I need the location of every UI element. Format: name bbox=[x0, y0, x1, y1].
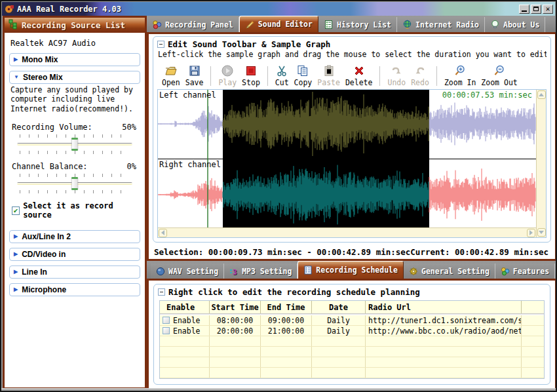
editor-group-title: Edit Sound Toolbar & Sample Graph bbox=[168, 39, 330, 49]
undo-button[interactable]: Undo bbox=[385, 64, 408, 87]
empty-row[interactable] bbox=[160, 357, 544, 368]
stereo-mix-description: Capture any sound played by computer inc… bbox=[10, 85, 139, 113]
source-item-label: Aux/Line In 2 bbox=[22, 232, 71, 241]
chevron-right-icon: ▶ bbox=[14, 234, 18, 239]
tool-label: Copy bbox=[294, 78, 313, 87]
zoom-in-button[interactable]: Zoom In bbox=[442, 64, 478, 87]
enable-checkbox[interactable] bbox=[163, 327, 170, 334]
internet-radio-icon bbox=[402, 20, 412, 29]
tab-mp3-setting[interactable]: 3 MP3 Setting bbox=[224, 264, 298, 279]
schedule-row[interactable]: Enable 20:00:00 21:00:00 Daily http://ww… bbox=[160, 326, 544, 336]
enable-checkbox[interactable] bbox=[163, 317, 170, 324]
tab-features[interactable]: Features bbox=[495, 264, 555, 279]
schedule-group-title: Right click to edit the recording schedu… bbox=[168, 287, 420, 297]
source-item-microphone[interactable]: ▶ Microphone bbox=[9, 283, 140, 296]
scroll-right-button[interactable] bbox=[527, 229, 535, 237]
column-header-filler bbox=[522, 301, 544, 313]
source-item-stereo-mix[interactable]: ▼ Stereo Mix bbox=[9, 71, 140, 84]
sidebar-body: Realtek AC97 Audio ▶ Mono Mix ▼ Stereo M… bbox=[5, 33, 145, 387]
recording-panel-icon bbox=[152, 20, 162, 29]
open-button[interactable]: Open bbox=[160, 64, 182, 87]
horizontal-scrollbar[interactable] bbox=[158, 227, 536, 237]
empty-row[interactable] bbox=[160, 368, 544, 378]
window-title: AAA Real Recorder 4.03 bbox=[17, 5, 121, 14]
sample-graph[interactable]: Left channel Right channel 00:00:07.53 m… bbox=[158, 90, 536, 227]
tab-label: Recording Panel bbox=[165, 20, 233, 29]
chevron-down-icon: ▼ bbox=[14, 75, 19, 80]
stop-button[interactable]: Stop bbox=[240, 64, 262, 87]
scroll-down-button[interactable] bbox=[537, 228, 546, 237]
tab-history-list[interactable]: History List bbox=[318, 17, 397, 32]
source-item-aux-line-in-2[interactable]: ▶ Aux/Line In 2 bbox=[9, 230, 140, 243]
schedule-groupbox: Right click to edit the recording schedu… bbox=[153, 284, 550, 385]
collapse-icon[interactable] bbox=[158, 288, 165, 296]
minimize-icon bbox=[522, 10, 527, 12]
bottom-tab-bar: WAV Setting 3 MP3 Setting Recording Sche… bbox=[147, 261, 557, 279]
tab-label: Sound Editor bbox=[258, 20, 313, 29]
tab-sound-editor[interactable]: Sound Editor bbox=[239, 16, 318, 32]
source-item-line-in[interactable]: ▶ Line In bbox=[9, 265, 140, 279]
toolbar-separator bbox=[379, 66, 380, 86]
vertical-scrollbar[interactable] bbox=[536, 90, 546, 237]
source-item-label: Microphone bbox=[22, 285, 66, 294]
maximize-icon bbox=[533, 7, 539, 11]
tab-general-setting[interactable]: General Setting bbox=[404, 264, 495, 279]
balance-label: Channel Balance: bbox=[12, 162, 88, 171]
edit-toolbar: Open Save Pla bbox=[157, 60, 547, 89]
volume-slider[interactable] bbox=[17, 134, 132, 154]
audio-device-name: Realtek AC97 Audio bbox=[10, 39, 140, 48]
end-time-cell: 21:00:00 bbox=[261, 326, 312, 336]
source-item-mono-mix[interactable]: ▶ Mono Mix bbox=[9, 53, 140, 66]
schedule-table[interactable]: Enable Start Time End Time Date Radio Ur… bbox=[159, 300, 545, 379]
column-header: Radio Url bbox=[366, 301, 522, 313]
balance-value: 0% bbox=[127, 162, 136, 171]
history-list-icon bbox=[324, 20, 334, 29]
enable-label: Enable bbox=[173, 316, 201, 325]
empty-row[interactable] bbox=[160, 336, 544, 347]
balance-slider[interactable] bbox=[17, 174, 132, 193]
collapse-icon[interactable] bbox=[157, 41, 164, 48]
column-header: End Time bbox=[261, 301, 312, 313]
source-item-label: Stereo Mix bbox=[23, 73, 63, 82]
sound-editor-icon bbox=[245, 20, 255, 29]
play-button[interactable]: Play bbox=[216, 64, 239, 87]
slider-thumb[interactable] bbox=[71, 177, 79, 190]
slider-thumb[interactable] bbox=[71, 138, 79, 151]
close-icon: ✕ bbox=[546, 6, 550, 12]
sidebar-header: Recording Source List bbox=[5, 18, 145, 33]
tab-recording-schedule[interactable]: Recording Schedule bbox=[298, 261, 404, 279]
tab-internet-radio[interactable]: Internet Radio bbox=[397, 17, 485, 32]
scroll-up-button[interactable] bbox=[537, 90, 546, 99]
empty-row[interactable] bbox=[160, 347, 544, 357]
tab-wav-setting[interactable]: WAV Setting bbox=[151, 264, 224, 279]
close-button[interactable]: ✕ bbox=[543, 5, 553, 14]
tab-label: WAV Setting bbox=[168, 267, 218, 276]
record-source-checkbox[interactable]: ✔ bbox=[12, 206, 20, 215]
redo-button[interactable]: Redo bbox=[409, 64, 431, 87]
tool-label: Open bbox=[162, 78, 180, 87]
title-bar[interactable]: AAA Real Recorder 4.03 ✕ bbox=[2, 2, 555, 16]
save-button[interactable]: Save bbox=[183, 64, 206, 87]
slider-ticks-bottom bbox=[20, 151, 130, 154]
toolbar-separator bbox=[210, 66, 211, 86]
tab-label: History List bbox=[337, 20, 391, 29]
cut-button[interactable]: Cut bbox=[273, 64, 291, 87]
scroll-left-button[interactable] bbox=[159, 229, 167, 237]
column-header: Start Time bbox=[210, 301, 261, 313]
minimize-button[interactable] bbox=[519, 5, 529, 14]
chevron-right-icon: ▶ bbox=[14, 287, 18, 292]
radio-url-cell: http://www.bbc.co.uk/radio/aod/netwo... bbox=[366, 326, 522, 336]
tab-about-us[interactable]: About Us bbox=[485, 17, 545, 32]
tab-label: Recording Schedule bbox=[316, 265, 398, 275]
tool-label: Zoom Out bbox=[481, 78, 517, 87]
paste-button[interactable]: Paste bbox=[315, 64, 342, 87]
slider-ticks-bottom bbox=[20, 190, 130, 193]
stop-icon bbox=[244, 64, 258, 77]
source-item-cd-video-in[interactable]: ▶ CD/Video in bbox=[9, 248, 140, 261]
schedule-row[interactable]: Enable 08:00:00 09:00:00 Daily http://tu… bbox=[160, 315, 544, 326]
delete-button[interactable]: Delete bbox=[343, 64, 375, 87]
zoom-out-button[interactable]: Zoom Out bbox=[479, 64, 519, 87]
copy-button[interactable]: Copy bbox=[292, 64, 315, 87]
tab-recording-panel[interactable]: Recording Panel bbox=[147, 17, 239, 32]
maximize-button[interactable] bbox=[531, 5, 541, 14]
